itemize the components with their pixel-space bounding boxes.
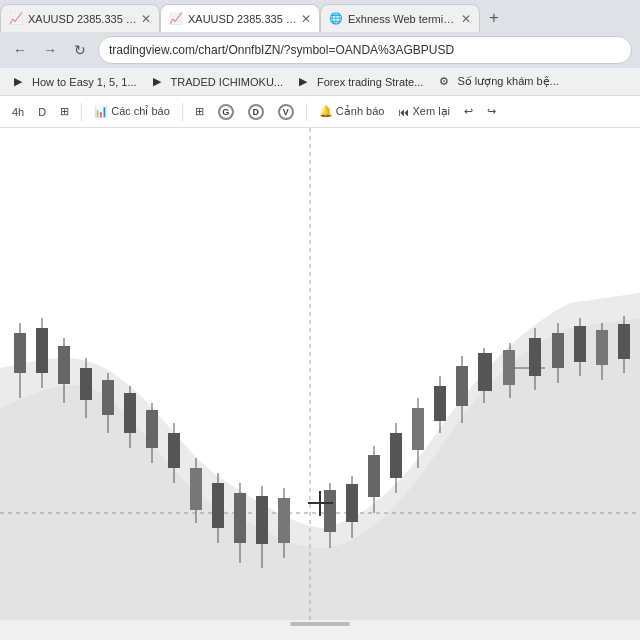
toolbar-sep-3: [306, 103, 307, 121]
svg-rect-10: [80, 368, 92, 400]
circle-v-button[interactable]: V: [274, 102, 298, 122]
svg-rect-49: [529, 338, 541, 376]
timeframe-selector[interactable]: 4h: [8, 104, 28, 120]
tab-1-close[interactable]: ✕: [141, 12, 151, 26]
indicators-label: Các chỉ báo: [111, 105, 170, 118]
url-bar[interactable]: tradingview.com/chart/OnnfbIZN/?symbol=O…: [98, 36, 632, 64]
svg-rect-28: [278, 498, 290, 543]
chart-icon: 📊: [94, 105, 108, 118]
alert-label: Cảnh báo: [336, 105, 385, 118]
timeframe-d-selector[interactable]: D: [34, 104, 50, 120]
svg-rect-42: [456, 366, 468, 406]
tab-2[interactable]: 📈 XAUUSD 2385.335 ▼ −0.03% TR... ✕: [160, 4, 320, 32]
toolbar-sep-2: [182, 103, 183, 121]
forward-button[interactable]: →: [38, 38, 62, 62]
svg-rect-34: [368, 455, 380, 497]
svg-rect-40: [434, 386, 446, 421]
redo-button[interactable]: ↪: [483, 103, 500, 120]
svg-rect-46: [503, 350, 515, 385]
grid-icon: ⊞: [195, 105, 204, 118]
chart-scrollbar[interactable]: [0, 620, 640, 628]
bookmark-2-icon: ▶: [153, 75, 167, 89]
circle-g-button[interactable]: G: [214, 102, 238, 122]
svg-rect-6: [36, 328, 48, 373]
bookmark-4-icon: ⚙: [439, 75, 453, 89]
svg-rect-18: [168, 433, 180, 468]
svg-rect-14: [124, 393, 136, 433]
bookmark-4[interactable]: ⚙ Số lượng khám bệ...: [433, 73, 564, 91]
svg-rect-53: [574, 326, 586, 362]
bar-type-button[interactable]: ⊞: [56, 103, 73, 120]
svg-rect-44: [478, 353, 492, 391]
bookmark-1[interactable]: ▶ How to Easy 1, 5, 1...: [8, 73, 143, 91]
bookmark-4-label: Số lượng khám bệ...: [457, 75, 558, 88]
bookmark-3-label: Forex trading Strate...: [317, 76, 423, 88]
replay-button[interactable]: ⏮ Xem lại: [394, 103, 454, 120]
indicators-button[interactable]: 📊 Các chỉ báo: [90, 103, 174, 120]
svg-rect-20: [190, 468, 202, 510]
tab-1[interactable]: 📈 XAUUSD 2385.335 ▼ −0.03% TR... ✕: [0, 4, 160, 32]
bookmark-1-label: How to Easy 1, 5, 1...: [32, 76, 137, 88]
svg-rect-30: [324, 490, 336, 532]
candlestick-chart: [0, 128, 640, 628]
tab-3-label: Exhness Web terminal: [348, 13, 457, 25]
undo-icon: ↩: [464, 105, 473, 118]
replay-label: Xem lại: [412, 105, 450, 118]
replay-icon: ⏮: [398, 106, 409, 118]
timeframe-d-label: D: [38, 106, 46, 118]
grid-button[interactable]: ⊞: [191, 103, 208, 120]
svg-rect-36: [390, 433, 402, 478]
svg-rect-12: [102, 380, 114, 415]
svg-rect-57: [618, 324, 630, 359]
circle-g-icon: G: [218, 104, 234, 120]
svg-rect-16: [146, 410, 158, 448]
svg-rect-8: [58, 346, 70, 384]
circle-v-icon: V: [278, 104, 294, 120]
circle-d-icon: D: [248, 104, 264, 120]
alert-icon: 🔔: [319, 105, 333, 118]
new-tab-button[interactable]: +: [480, 4, 508, 32]
svg-rect-24: [234, 493, 246, 543]
alert-button[interactable]: 🔔 Cảnh báo: [315, 103, 389, 120]
bookmark-2-label: TRADED ICHIMOKU...: [171, 76, 283, 88]
tab-2-close[interactable]: ✕: [301, 12, 311, 26]
svg-rect-4: [14, 333, 26, 373]
bookmark-3-icon: ▶: [299, 75, 313, 89]
chart-toolbar: 4h D ⊞ 📊 Các chỉ báo ⊞ G D V 🔔 Cảnh báo …: [0, 96, 640, 128]
undo-button[interactable]: ↩: [460, 103, 477, 120]
svg-rect-26: [256, 496, 268, 544]
back-button[interactable]: ←: [8, 38, 32, 62]
svg-rect-51: [552, 333, 564, 368]
reload-button[interactable]: ↻: [68, 38, 92, 62]
tab-3[interactable]: 🌐 Exhness Web terminal ✕: [320, 4, 480, 32]
bookmark-2[interactable]: ▶ TRADED ICHIMOKU...: [147, 73, 289, 91]
tab-3-close[interactable]: ✕: [461, 12, 471, 26]
svg-rect-38: [412, 408, 424, 450]
redo-icon: ↪: [487, 105, 496, 118]
bookmarks-bar: ▶ How to Easy 1, 5, 1... ▶ TRADED ICHIMO…: [0, 68, 640, 96]
timeframe-label: 4h: [12, 106, 24, 118]
svg-rect-32: [346, 484, 358, 522]
tab-bar: 📈 XAUUSD 2385.335 ▼ −0.03% TR... ✕ 📈 XAU…: [0, 0, 640, 32]
bookmark-3[interactable]: ▶ Forex trading Strate...: [293, 73, 429, 91]
tab-3-favicon: 🌐: [329, 12, 343, 26]
tab-1-favicon: 📈: [9, 12, 23, 26]
address-bar: ← → ↻ tradingview.com/chart/OnnfbIZN/?sy…: [0, 32, 640, 68]
url-text: tradingview.com/chart/OnnfbIZN/?symbol=O…: [109, 43, 454, 57]
svg-rect-22: [212, 483, 224, 528]
toolbar-sep-1: [81, 103, 82, 121]
chart-area[interactable]: [0, 128, 640, 628]
tab-2-label: XAUUSD 2385.335 ▼ −0.03% TR...: [188, 13, 297, 25]
svg-rect-55: [596, 330, 608, 365]
circle-d-button[interactable]: D: [244, 102, 268, 122]
bar-type-icon: ⊞: [60, 105, 69, 118]
tab-1-label: XAUUSD 2385.335 ▼ −0.03% TR...: [28, 13, 137, 25]
tab-2-favicon: 📈: [169, 12, 183, 26]
bookmark-1-icon: ▶: [14, 75, 28, 89]
scrollbar-thumb[interactable]: [290, 622, 350, 626]
